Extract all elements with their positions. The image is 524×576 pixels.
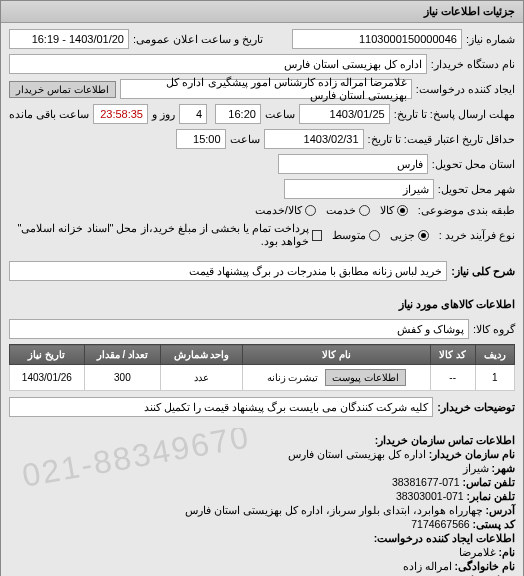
goods-name: تیشرت زنانه: [267, 372, 319, 383]
remaining-time-label: ساعت باقی مانده: [9, 108, 89, 121]
delivery-city-label: شهر محل تحویل:: [438, 183, 515, 196]
need-number-label: شماره نیاز:: [466, 33, 515, 46]
radio-goods-label: کالا: [380, 204, 394, 217]
radio-dot-icon: [305, 205, 316, 216]
buyer-contact-button[interactable]: اطلاعات تماس خریدار: [9, 81, 116, 98]
radio-minor[interactable]: جزیی: [390, 229, 429, 242]
th-unit: واحد شمارش: [161, 345, 243, 365]
purchase-note: پرداخت تمام یا بخشی از مبلغ خرید،از محل …: [9, 222, 309, 248]
delivery-province-field: فارس: [278, 154, 428, 174]
th-qty: تعداد / مقدار: [84, 345, 160, 365]
need-title-field: خرید لباس زنانه مطابق با مندرجات در برگ …: [9, 261, 447, 281]
table-row[interactable]: 1 -- اطلاعات پیوست تیشرت زنانه عدد 300 1…: [10, 365, 515, 391]
creator-family-label: نام خانوادگی:: [455, 560, 515, 572]
form-body: شماره نیاز: 1103000150000046 تاریخ و ساع…: [1, 23, 523, 292]
announce-field: 1403/01/20 - 16:19: [9, 29, 129, 49]
contact-phone: 071-38381677: [392, 476, 460, 488]
need-details-panel: جزئیات اطلاعات نیاز شماره نیاز: 11030001…: [0, 0, 524, 576]
contact-postal: 7174667566: [411, 518, 469, 530]
need-number-field: 1103000150000046: [292, 29, 462, 49]
radio-dot-icon: [418, 230, 429, 241]
contact-org: اداره کل بهزیستی استان فارس: [288, 448, 426, 460]
radio-dot-icon: [359, 205, 370, 216]
contact-address-label: آدرس:: [486, 504, 516, 516]
radio-dot-icon: [369, 230, 380, 241]
attachment-button[interactable]: اطلاعات پیوست: [325, 369, 406, 386]
contact-block: 021-88349670 اطلاعات تماس سازمان خریدار:…: [1, 428, 523, 576]
goods-group-field: پوشاک و کفش: [9, 319, 469, 339]
delivery-city-field: شیراز: [284, 179, 434, 199]
cell-qty: 300: [84, 365, 160, 391]
contact-address: چهارراه هوابرد، ابتدای بلوار سرباز، ادار…: [185, 504, 482, 516]
delivery-province-label: استان محل تحویل:: [432, 158, 515, 171]
remaining-days-label: روز و: [152, 108, 175, 121]
creator-name: غلامرضا: [459, 546, 496, 558]
table-header-row: ردیف کد کالا نام کالا واحد شمارش تعداد /…: [10, 345, 515, 365]
deadline-reply-time: 16:20: [215, 104, 261, 124]
need-title-label: شرح کلی نیاز:: [451, 265, 515, 278]
purchase-type-label: نوع فرآیند خرید :: [439, 229, 515, 242]
contact-fax-label: تلفن نمابر:: [467, 490, 515, 502]
goods-group-label: گروه کالا:: [473, 323, 515, 336]
th-code: کد کالا: [430, 345, 475, 365]
cell-row: 1: [475, 365, 514, 391]
goods-info-title: اطلاعات كالاهای مورد نیاز: [1, 292, 523, 313]
cell-unit: عدد: [161, 365, 243, 391]
contact-postal-label: کد پستی:: [473, 518, 515, 530]
radio-goods-service[interactable]: کالا/خدمت: [255, 204, 316, 217]
contact-fax: 071-38303001: [396, 490, 464, 502]
radio-goods-service-label: کالا/خدمت: [255, 204, 302, 217]
remaining-days: 4: [179, 104, 207, 124]
radio-medium[interactable]: متوسط: [332, 229, 380, 242]
contact-org-label: نام سازمان خریدار:: [429, 448, 515, 460]
treasury-checkbox[interactable]: پرداخت تمام یا بخشی از مبلغ خرید،از محل …: [9, 222, 322, 248]
announce-label: تاریخ و ساعت اعلان عمومی:: [133, 33, 263, 46]
requester-label: ایجاد کننده درخواست:: [416, 83, 515, 96]
creator-title: اطلاعات ایجاد کننده درخواست:: [9, 532, 515, 544]
cell-code: --: [430, 365, 475, 391]
cell-date: 1403/01/26: [10, 365, 85, 391]
buyer-notes-label: توضیحات خریدار:: [437, 401, 515, 414]
price-validity-label: حداقل تاریخ اعتبار قیمت: تا تاریخ:: [368, 133, 515, 146]
radio-minor-label: جزیی: [390, 229, 415, 242]
contact-city: شیراز: [463, 462, 489, 474]
remaining-time: 23:58:35: [93, 104, 148, 124]
checkbox-icon: [312, 230, 322, 241]
contact-city-label: شهر:: [492, 462, 516, 474]
price-validity-date: 1403/02/31: [264, 129, 364, 149]
th-row: ردیف: [475, 345, 514, 365]
buyer-notes-field: کلیه شرکت کنندگان می بایست برگ پیشنهاد ق…: [9, 397, 433, 417]
radio-service[interactable]: خدمت: [326, 204, 370, 217]
buyer-org-field: اداره کل بهزیستی استان فارس: [9, 54, 427, 74]
goods-table: ردیف کد کالا نام کالا واحد شمارش تعداد /…: [9, 344, 515, 391]
radio-service-label: خدمت: [326, 204, 356, 217]
deadline-reply-time-label: ساعت: [265, 108, 295, 121]
cell-name: اطلاعات پیوست تیشرت زنانه: [242, 365, 430, 391]
th-date: تاریخ نیاز: [10, 345, 85, 365]
radio-medium-label: متوسط: [332, 229, 366, 242]
subject-category-label: طبقه بندی موضوعی:: [418, 204, 515, 217]
radio-goods[interactable]: کالا: [380, 204, 408, 217]
panel-header: جزئیات اطلاعات نیاز: [1, 1, 523, 23]
creator-name-label: نام:: [499, 546, 516, 558]
radio-dot-icon: [397, 205, 408, 216]
deadline-reply-label: مهلت ارسال پاسخ: تا تاریخ:: [394, 108, 515, 121]
price-validity-time: 15:00: [176, 129, 226, 149]
requester-field: غلامرضا امراله زاده کارشناس امور پیشگیری…: [120, 79, 412, 99]
contact-phone-label: تلفن تماس:: [463, 476, 515, 488]
deadline-reply-date: 1403/01/25: [299, 104, 390, 124]
price-validity-time-label: ساعت: [230, 133, 260, 146]
contact-title: اطلاعات تماس سازمان خریدار:: [9, 434, 515, 446]
buyer-org-label: نام دستگاه خریدار:: [431, 58, 515, 71]
creator-family: امراله زاده: [403, 560, 452, 572]
th-name: نام کالا: [242, 345, 430, 365]
